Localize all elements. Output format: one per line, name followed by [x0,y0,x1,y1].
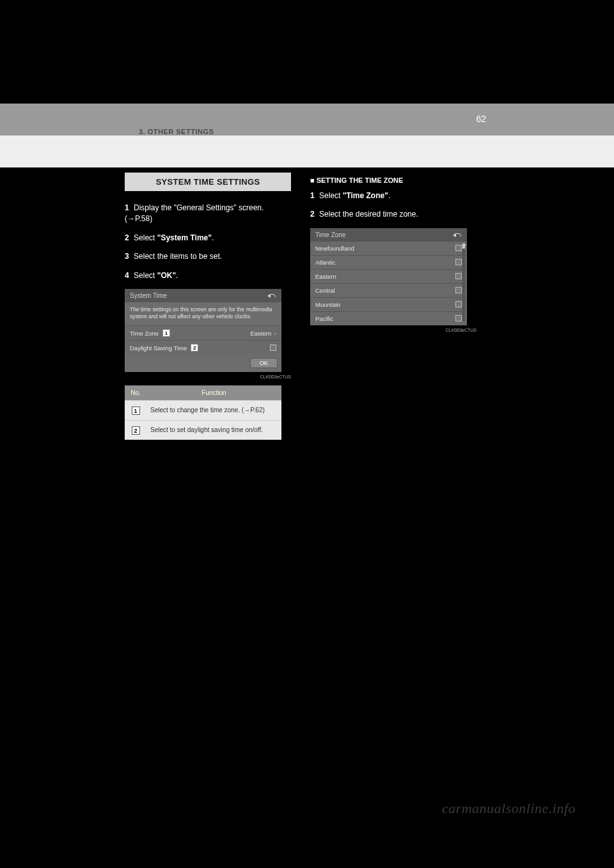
scrollbar-track[interactable] [462,244,465,322]
section-heading: SYSTEM TIME SETTINGS [125,173,291,191]
table-row-fn: Select to change the time zone. (→P.62) [146,401,281,421]
screen-titlebar: System Time [125,289,281,302]
ok-row: OK [125,355,281,372]
r-step-2-text: Select the desired time zone. [319,210,418,219]
table-row-fn: Select to set daylight saving time on/of… [146,421,281,440]
watermark: carmanualsonline.info [442,800,576,817]
step-2-num: 2 [125,233,129,242]
step-3: 3 Select the items to be set. [125,251,291,262]
sub-heading: ■ SETTING THE TIME ZONE [310,176,476,184]
col-no-header: No. [125,385,146,401]
step-3-text: Select the items to be set. [134,252,222,261]
tz-option[interactable]: Central [310,283,467,297]
step-1: 1 Display the "General Settings" screen.… [125,203,291,225]
r-step-1-text-b: . [388,191,390,200]
page-root: 62 3. OTHER SETTINGS SYSTEM TIME SETTING… [0,0,614,868]
time-zone-value: Eastern [250,330,271,337]
step-4-text-a: Select [134,271,157,280]
scrollbar-thumb[interactable] [462,244,465,249]
step-1-text: Display the "General Settings" screen. [134,203,264,212]
table-row: 1 Select to change the time zone. (→P.62… [125,401,281,421]
table-header-row: No. Function [125,385,281,401]
tz-option-label: Newfoundland [315,245,354,252]
tz-option-label: Mountain [315,301,340,308]
step-4: 4 Select "OK". [125,270,291,281]
sub-band [0,136,614,167]
screen-title-text: System Time [130,292,167,299]
page-number: 62 [476,114,486,124]
tz-option[interactable]: Atlantic [310,255,467,269]
back-icon[interactable] [267,292,276,298]
table-row-no: 1 [125,401,146,421]
r-step-1-text-a: Select [319,191,343,200]
ok-button[interactable]: OK [250,358,278,368]
dst-checkbox[interactable] [270,345,276,351]
callout-1: 1 [162,329,170,337]
tz-screen-titlebar: Time Zone [310,228,467,242]
step-2-text-a: Select [134,233,157,242]
r-step-1-num: 1 [310,191,315,200]
tz-option-label: Atlantic [315,259,335,266]
step-4-num: 4 [125,271,129,280]
step-2: 2 Select "System Time". [125,233,291,244]
col-fn-header: Function [146,385,281,401]
r-step-2: 2 Select the desired time zone. [310,209,476,220]
step-1-ref: (→P.58) [125,214,152,223]
table-row-no: 2 [125,421,146,440]
radio-icon[interactable] [455,259,462,265]
right-column: ■ SETTING THE TIME ZONE 1 Select "Time Z… [310,173,476,339]
tz-option[interactable]: Newfoundland [310,242,467,255]
table-row: 2 Select to set daylight saving time on/… [125,421,281,440]
time-zone-label: Time Zone [130,330,159,337]
callout-box-2: 2 [132,426,140,435]
step-2-quote: "System Time" [157,233,212,242]
time-zone-screenshot: Time Zone Newfoundland Atlantic Eastern … [310,228,467,325]
breadcrumb: 3. OTHER SETTINGS [139,128,214,136]
tz-option-label: Eastern [315,273,336,280]
tz-option-label: Pacific [315,315,333,322]
callout-2: 2 [191,344,198,352]
radio-icon[interactable] [455,245,462,251]
left-column: SYSTEM TIME SETTINGS 1 Display the "Gene… [125,173,291,440]
radio-icon[interactable] [455,287,462,293]
r-step-1-quote: "Time Zone" [343,191,388,200]
tz-option[interactable]: Pacific [310,311,467,325]
screen-description: The time settings on this screen are onl… [125,302,281,325]
function-table: No. Function 1 Select to change the time… [125,385,281,440]
step-3-num: 3 [125,252,129,261]
callout-box-1: 1 [132,407,140,415]
tz-option[interactable]: Mountain [310,297,467,311]
back-icon[interactable] [453,231,462,238]
tz-option[interactable]: Eastern [310,269,467,283]
r-step-1: 1 Select "Time Zone". [310,190,476,201]
screenshot-code-2: CLK003eCTUS [310,328,476,332]
step-4-quote: "OK" [157,271,176,280]
breadcrumb-band [0,104,614,136]
chevron-right-icon: › [272,330,276,337]
radio-icon[interactable] [455,273,462,279]
screenshot-code-1: CLK002eCTUS [125,375,291,379]
system-time-screenshot: System Time The time settings on this sc… [125,289,281,372]
dst-label: Daylight Saving Time [130,345,187,352]
tz-screen-title-text: Time Zone [315,231,345,238]
radio-icon[interactable] [455,315,462,322]
tz-option-label: Central [315,287,335,294]
time-zone-row[interactable]: Time Zone 1 Eastern › [125,325,281,340]
step-1-num: 1 [125,203,129,212]
step-4-text-b: . [176,271,178,280]
step-2-text-b: . [212,233,214,242]
dst-row[interactable]: Daylight Saving Time 2 [125,340,281,355]
r-step-2-num: 2 [310,210,315,219]
radio-icon[interactable] [455,301,462,307]
